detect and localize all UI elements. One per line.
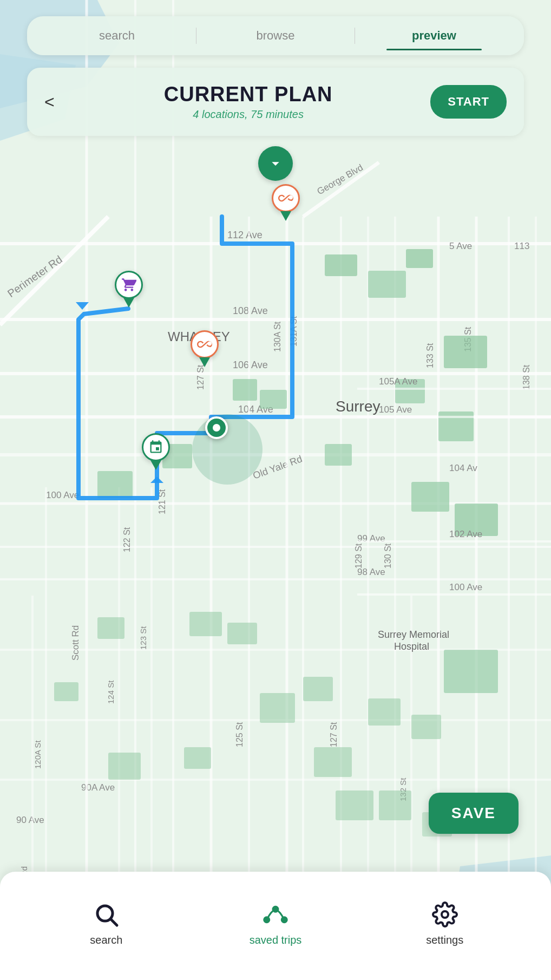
svg-text:133 St: 133 St [425,343,435,368]
bottom-navigation: search saved trips settings [0,872,551,980]
svg-text:105 Ave: 105 Ave [379,404,412,415]
save-button[interactable]: SAVE [429,793,519,834]
svg-text:124 St: 124 St [106,680,115,704]
svg-text:5 Ave: 5 Ave [449,241,472,251]
svg-text:102 Ave: 102 Ave [449,529,482,539]
svg-rect-85 [108,753,141,780]
svg-rect-66 [444,336,487,368]
top-navigation: search browse preview [27,16,524,55]
svg-text:123 St: 123 St [139,626,148,650]
svg-rect-74 [233,379,257,401]
current-location [205,416,228,439]
plan-subtitle: 4 locations, 75 minutes [66,108,430,121]
marker-park[interactable] [140,433,172,471]
svg-text:106 Ave: 106 Ave [233,360,268,370]
marker-shopping[interactable] [113,271,145,309]
svg-text:100 Ave: 100 Ave [46,490,79,500]
svg-text:112 Ave: 112 Ave [227,230,263,240]
search-icon [92,900,120,929]
svg-line-111 [111,919,117,925]
svg-rect-83 [411,715,441,739]
svg-text:Hospital: Hospital [394,641,429,652]
svg-text:129 St: 129 St [354,543,363,569]
svg-text:Surrey Memorial: Surrey Memorial [378,629,449,640]
svg-rect-69 [325,444,352,466]
svg-text:122 St: 122 St [122,527,132,552]
tab-browse[interactable]: browse [196,24,355,47]
svg-rect-75 [260,390,287,409]
svg-rect-73 [97,471,133,498]
settings-icon [431,900,459,929]
svg-text:130 St: 130 St [383,543,392,569]
svg-rect-87 [336,790,373,820]
svg-rect-78 [227,623,257,644]
svg-rect-70 [411,482,449,512]
collapse-button[interactable] [258,146,293,181]
svg-rect-65 [406,249,433,268]
bottom-nav-settings-label: settings [426,934,463,946]
svg-rect-77 [189,612,222,636]
svg-text:108 Ave: 108 Ave [233,305,268,316]
bottom-nav-search[interactable]: search [22,900,191,946]
svg-text:Surrey: Surrey [336,398,380,415]
start-button[interactable]: START [430,85,507,119]
svg-text:104 Av: 104 Av [449,463,477,473]
svg-rect-80 [303,677,333,701]
svg-rect-64 [368,271,406,298]
svg-point-115 [442,911,448,918]
svg-rect-88 [379,790,411,820]
svg-rect-82 [368,698,401,726]
svg-text:90 Ave: 90 Ave [16,815,44,825]
svg-rect-63 [325,254,357,276]
plan-title-area: CURRENT PLAN 4 locations, 75 minutes [66,83,430,121]
svg-rect-90 [444,650,498,693]
marker-restaurant-2[interactable] [188,330,221,368]
svg-text:120A St: 120A St [33,740,42,769]
plan-title: CURRENT PLAN [66,83,430,106]
saved-trips-icon [261,900,290,929]
svg-text:113: 113 [514,241,529,251]
tab-search[interactable]: search [38,24,196,47]
plan-header: < CURRENT PLAN 4 locations, 75 minutes S… [27,68,524,136]
svg-text:138 St: 138 St [522,364,531,390]
tab-preview[interactable]: preview [355,24,513,47]
svg-rect-76 [97,617,124,639]
svg-rect-84 [184,747,211,769]
svg-rect-86 [54,682,78,701]
svg-rect-79 [260,693,295,723]
bottom-nav-settings[interactable]: settings [360,900,529,946]
svg-text:100 Ave: 100 Ave [449,582,482,592]
svg-text:127 St: 127 St [329,722,338,747]
svg-text:130A St: 130A St [273,321,282,352]
svg-rect-81 [314,747,352,777]
svg-text:127 St: 127 St [196,364,205,390]
bottom-nav-search-label: search [90,934,122,946]
marker-restaurant-1[interactable] [270,184,302,222]
svg-text:125 St: 125 St [235,722,244,747]
svg-text:Scott Rd: Scott Rd [70,625,81,661]
back-button[interactable]: < [44,92,66,112]
svg-text:105A Ave: 105A Ave [379,376,418,387]
bottom-nav-saved-trips[interactable]: saved trips [191,900,360,946]
bottom-nav-saved-trips-label: saved trips [250,934,302,946]
